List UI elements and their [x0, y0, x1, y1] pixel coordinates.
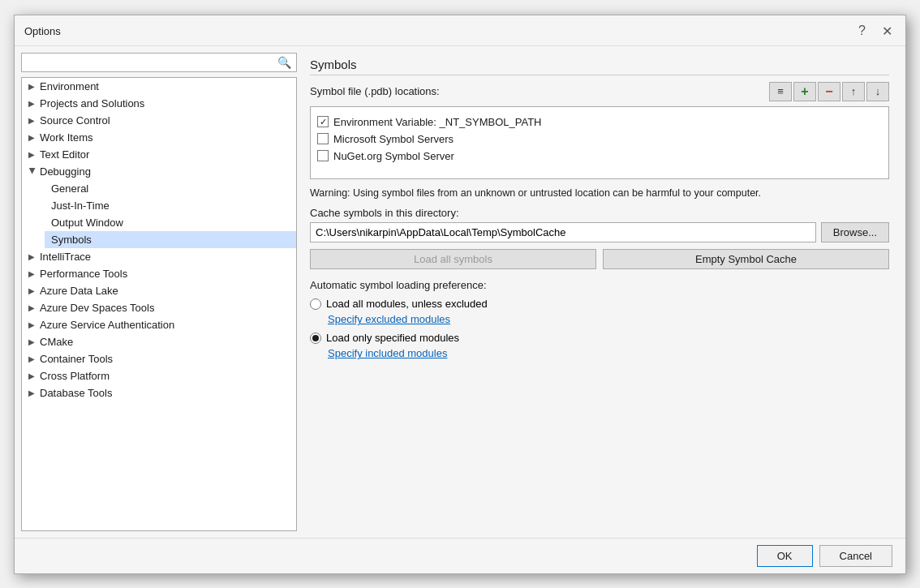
radio-load-specified[interactable]: Load only specified modules	[310, 332, 889, 344]
symbols-header: Symbol file (.pdb) locations: ≡ + − ↑	[310, 82, 889, 101]
down-toolbar-btn[interactable]: ↓	[866, 82, 889, 101]
location-checkbox-nuget-server[interactable]	[317, 150, 329, 161]
down-icon: ↓	[875, 85, 881, 97]
browse-button[interactable]: Browse...	[821, 222, 889, 242]
add-icon: +	[801, 84, 808, 99]
specify-excluded-link[interactable]: Specify excluded modules	[328, 313, 889, 325]
specify-included-link[interactable]: Specify included modules	[328, 347, 889, 359]
chevron-icon: ▶	[28, 167, 37, 175]
location-label-ms-servers: Microsoft Symbol Servers	[333, 133, 454, 145]
sidebar-item-symbols[interactable]: Symbols	[45, 231, 296, 248]
add-toolbar-btn[interactable]: +	[793, 82, 816, 101]
radio-load-all[interactable]: Load all modules, unless excluded	[310, 298, 889, 310]
chevron-icon: ▶	[28, 116, 37, 125]
sidebar-item-azure-data-lake[interactable]: ▶ Azure Data Lake	[22, 282, 296, 299]
chevron-icon: ▶	[28, 320, 37, 329]
sidebar-item-output-window[interactable]: Output Window	[45, 214, 296, 231]
sidebar-item-label: Just-In-Time	[51, 200, 110, 212]
empty-symbol-cache-button[interactable]: Empty Symbol Cache	[603, 249, 889, 269]
cache-path-input[interactable]	[310, 222, 816, 242]
search-box[interactable]: 🔍	[21, 53, 297, 72]
sidebar-item-label: Source Control	[40, 114, 110, 127]
sidebar-item-label: Azure Service Authentication	[40, 319, 174, 331]
sidebar-item-source-control[interactable]: ▶ Source Control	[22, 112, 296, 129]
sidebar-item-label: Symbols	[51, 234, 92, 246]
help-button[interactable]: ?	[855, 22, 869, 40]
dialog-title: Options	[24, 25, 61, 37]
chevron-icon: ▶	[28, 354, 37, 363]
radio-btn-load-all[interactable]	[310, 298, 321, 310]
radio-label-load-specified: Load only specified modules	[326, 332, 459, 344]
sidebar-item-debugging[interactable]: ▶ Debugging	[22, 163, 296, 180]
chevron-icon: ▶	[28, 82, 37, 91]
section-title: Symbols	[310, 58, 889, 75]
options-dialog: Options ? ✕ 🔍 ▶ Environment ▶ Pro	[14, 15, 906, 574]
sidebar-item-label: Projects and Solutions	[40, 97, 144, 109]
right-panel: Symbols Symbol file (.pdb) locations: ≡ …	[300, 53, 899, 531]
load-all-symbols-button[interactable]: Load all symbols	[310, 249, 596, 269]
up-toolbar-btn[interactable]: ↑	[842, 82, 865, 101]
ok-button[interactable]: OK	[757, 545, 813, 567]
sidebar-item-just-in-time[interactable]: Just-In-Time	[45, 197, 296, 214]
sidebar-item-azure-dev-spaces[interactable]: ▶ Azure Dev Spaces Tools	[22, 299, 296, 316]
sidebar-item-label: Cross Platform	[40, 370, 110, 382]
chevron-icon: ▶	[28, 150, 37, 159]
cancel-button[interactable]: Cancel	[819, 545, 892, 567]
warning-text: Warning: Using symbol files from an unkn…	[310, 186, 889, 201]
list-icon: ≡	[777, 85, 784, 97]
auto-load-label: Automatic symbol loading preference:	[310, 279, 889, 291]
sidebar-item-cross-platform[interactable]: ▶ Cross Platform	[22, 367, 296, 384]
sidebar-item-label: Azure Data Lake	[40, 285, 118, 297]
sidebar-item-general[interactable]: General	[45, 180, 296, 197]
locations-box: ✓ Environment Variable: _NT_SYMBOL_PATH …	[310, 106, 889, 179]
radio-btn-load-specified[interactable]	[310, 333, 321, 344]
location-item-ms-servers[interactable]: Microsoft Symbol Servers	[317, 131, 882, 148]
chevron-icon: ▶	[28, 388, 37, 397]
list-toolbar-btn[interactable]: ≡	[769, 82, 792, 101]
location-label-nuget-server: NuGet.org Symbol Server	[333, 150, 454, 162]
sidebar-item-work-items[interactable]: ▶ Work Items	[22, 129, 296, 146]
radio-label-load-all: Load all modules, unless excluded	[326, 298, 488, 310]
cache-row: Browse...	[310, 222, 889, 242]
chevron-icon: ▶	[28, 269, 37, 278]
left-panel: 🔍 ▶ Environment ▶ Projects and Solutions…	[21, 53, 297, 531]
sidebar-item-cmake[interactable]: ▶ CMake	[22, 333, 296, 350]
chevron-icon: ▶	[28, 286, 37, 295]
sidebar-item-database-tools[interactable]: ▶ Database Tools	[22, 384, 296, 401]
chevron-icon: ▶	[28, 303, 37, 312]
sidebar-item-label: Work Items	[40, 131, 93, 144]
up-icon: ↑	[851, 85, 857, 97]
sidebar-item-label: Environment	[40, 80, 99, 92]
sidebar-item-label: Output Window	[51, 217, 123, 229]
sidebar-item-environment[interactable]: ▶ Environment	[22, 78, 296, 95]
search-input[interactable]	[27, 56, 277, 68]
remove-icon: −	[825, 84, 832, 99]
action-row: Load all symbols Empty Symbol Cache	[310, 249, 889, 269]
sidebar-item-label: Debugging	[40, 165, 91, 178]
titlebar-controls: ? ✕	[855, 22, 896, 41]
sidebar-item-text-editor[interactable]: ▶ Text Editor	[22, 146, 296, 163]
tree-container[interactable]: ▶ Environment ▶ Projects and Solutions ▶…	[21, 77, 297, 531]
dialog-body: 🔍 ▶ Environment ▶ Projects and Solutions…	[15, 46, 905, 538]
sidebar-item-container-tools[interactable]: ▶ Container Tools	[22, 350, 296, 367]
chevron-icon: ▶	[28, 252, 37, 261]
sidebar-item-label: General	[51, 182, 88, 195]
sidebar-item-label: IntelliTrace	[40, 251, 91, 263]
sidebar-item-projects-and-solutions[interactable]: ▶ Projects and Solutions	[22, 95, 296, 112]
sidebar-item-intellitrace[interactable]: ▶ IntelliTrace	[22, 248, 296, 265]
symbol-file-label: Symbol file (.pdb) locations:	[310, 85, 440, 97]
cache-label: Cache symbols in this directory:	[310, 207, 889, 219]
close-button[interactable]: ✕	[879, 22, 896, 41]
sidebar-item-performance-tools[interactable]: ▶ Performance Tools	[22, 265, 296, 282]
location-label-env-var: Environment Variable: _NT_SYMBOL_PATH	[333, 116, 542, 128]
location-item-nuget-server[interactable]: NuGet.org Symbol Server	[317, 148, 882, 165]
location-item-env-var[interactable]: ✓ Environment Variable: _NT_SYMBOL_PATH	[317, 114, 882, 131]
sidebar-item-azure-service-auth[interactable]: ▶ Azure Service Authentication	[22, 316, 296, 333]
chevron-icon: ▶	[28, 337, 37, 346]
sidebar-item-label: Azure Dev Spaces Tools	[40, 302, 154, 314]
location-checkbox-ms-servers[interactable]	[317, 133, 329, 144]
location-checkbox-env-var[interactable]: ✓	[317, 116, 329, 127]
sidebar-item-label: Container Tools	[40, 353, 113, 365]
dialog-footer: OK Cancel	[15, 538, 905, 573]
remove-toolbar-btn[interactable]: −	[818, 82, 840, 101]
